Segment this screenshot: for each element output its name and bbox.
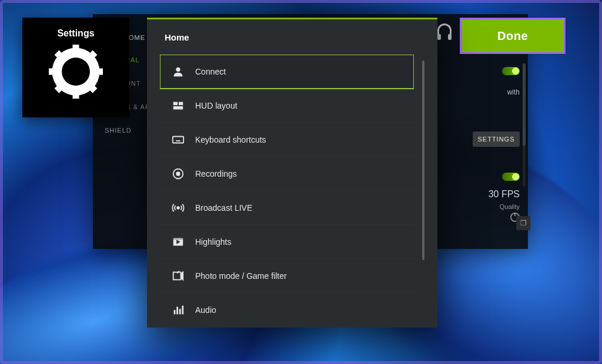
feature-toggle-2[interactable] bbox=[502, 173, 520, 181]
done-button-label: Done bbox=[497, 29, 528, 43]
svg-rect-1 bbox=[72, 45, 79, 55]
svg-point-9 bbox=[176, 67, 180, 71]
svg-rect-25 bbox=[173, 272, 181, 279]
svg-rect-24 bbox=[173, 238, 183, 240]
equalizer-icon bbox=[172, 304, 185, 316]
overlay-settings-popup: Home Connect HUD layout Keyboard shortcu… bbox=[147, 18, 437, 328]
menu-item-connect[interactable]: Connect bbox=[160, 55, 414, 89]
record-icon bbox=[172, 167, 185, 180]
svg-rect-13 bbox=[173, 136, 183, 143]
person-icon bbox=[172, 65, 185, 78]
svg-point-21 bbox=[177, 207, 179, 209]
menu-item-label: HUD layout bbox=[195, 101, 238, 110]
headset-icon[interactable] bbox=[437, 23, 452, 36]
menu-item-label: Photo mode / Game filter bbox=[195, 271, 287, 281]
broadcast-icon bbox=[172, 201, 185, 214]
svg-rect-28 bbox=[179, 309, 181, 314]
svg-rect-12 bbox=[173, 106, 183, 109]
popup-scrollbar[interactable] bbox=[422, 60, 424, 260]
gear-icon bbox=[49, 45, 103, 99]
menu-item-label: Connect bbox=[195, 67, 226, 76]
svg-rect-4 bbox=[93, 68, 103, 75]
menu-item-audio[interactable]: Audio bbox=[160, 293, 414, 321]
svg-point-20 bbox=[176, 172, 180, 176]
overlay-settings-button[interactable]: SETTINGS bbox=[473, 132, 520, 147]
svg-rect-2 bbox=[72, 89, 79, 99]
menu-item-label: Keyboard shortcuts bbox=[195, 135, 266, 144]
menu-item-highlights[interactable]: Highlights bbox=[160, 225, 414, 259]
feature-toggle-1[interactable] bbox=[502, 67, 520, 75]
svg-point-0 bbox=[67, 63, 84, 80]
menu-item-keyboard-shortcuts[interactable]: Keyboard shortcuts bbox=[160, 123, 414, 157]
menu-item-label: Broadcast LIVE bbox=[195, 203, 252, 213]
feedback-icon[interactable]: ❐ bbox=[516, 216, 530, 230]
settings-card-title: Settings bbox=[57, 28, 94, 39]
layout-icon bbox=[172, 99, 185, 112]
svg-rect-27 bbox=[176, 306, 178, 314]
menu-item-hud-layout[interactable]: HUD layout bbox=[160, 89, 414, 123]
svg-rect-3 bbox=[49, 68, 59, 75]
done-button[interactable]: Done bbox=[460, 18, 566, 54]
svg-rect-10 bbox=[173, 102, 178, 105]
svg-rect-26 bbox=[174, 310, 176, 314]
settings-menu: Connect HUD layout Keyboard shortcuts Re… bbox=[160, 55, 414, 321]
menu-item-broadcast-live[interactable]: Broadcast LIVE bbox=[160, 191, 414, 225]
menu-item-photo-mode[interactable]: Photo mode / Game filter bbox=[160, 259, 414, 293]
highlights-icon bbox=[172, 235, 185, 248]
keyboard-icon bbox=[172, 133, 185, 146]
settings-card[interactable]: Settings bbox=[22, 18, 129, 117]
menu-item-label: Recordings bbox=[195, 169, 237, 178]
menu-item-recordings[interactable]: Recordings bbox=[160, 157, 414, 191]
menu-item-label: Highlights bbox=[195, 237, 231, 247]
photo-filter-icon bbox=[172, 269, 185, 282]
svg-rect-29 bbox=[182, 305, 183, 314]
back-panel-scrollbar[interactable] bbox=[523, 63, 526, 187]
menu-item-label: Audio bbox=[195, 305, 216, 315]
svg-rect-11 bbox=[179, 102, 183, 105]
popup-title: Home bbox=[147, 19, 437, 49]
